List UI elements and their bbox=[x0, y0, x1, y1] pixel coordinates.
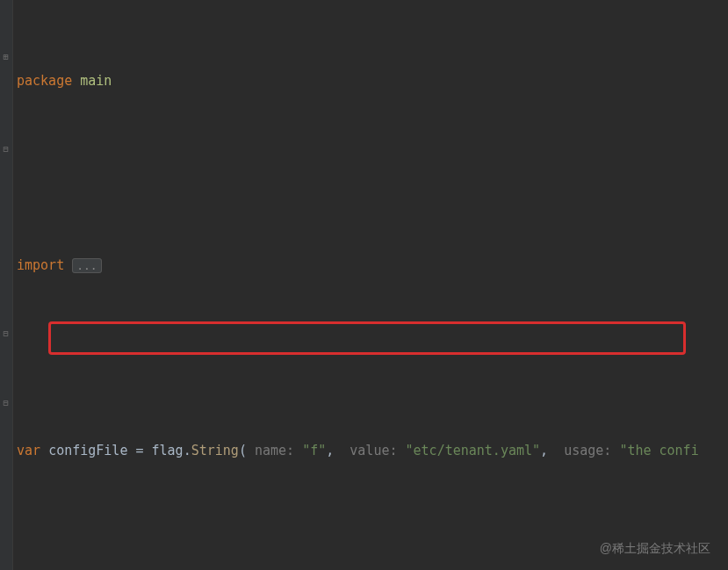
code-text: , bbox=[326, 443, 334, 458]
fold-toggle-icon[interactable]: ⊟ bbox=[1, 329, 11, 339]
code-line: import ... bbox=[17, 254, 728, 277]
gutter: ⊞ ⊟ ⊟ ⊟ bbox=[0, 0, 13, 570]
fold-toggle-icon[interactable]: ⊟ bbox=[1, 399, 11, 408]
keyword: var bbox=[17, 443, 40, 458]
code-text: = flag. bbox=[135, 443, 191, 458]
code-line bbox=[17, 346, 728, 369]
code-line: var configFile = flag.String( name: "f",… bbox=[17, 439, 728, 462]
param-hint: name: bbox=[255, 443, 294, 458]
fold-toggle-icon[interactable]: ⊞ bbox=[1, 53, 11, 62]
code-line: package main bbox=[17, 69, 728, 92]
param-hint: value: bbox=[350, 443, 397, 458]
fold-toggle-icon[interactable]: ⊟ bbox=[1, 145, 11, 155]
function-call: String bbox=[191, 443, 239, 458]
code-line bbox=[17, 162, 728, 184]
string-literal: "etc/tenant.yaml" bbox=[406, 443, 541, 458]
keyword: import bbox=[17, 257, 64, 273]
folded-placeholder[interactable]: ... bbox=[72, 258, 101, 273]
code-text: , bbox=[540, 443, 548, 458]
package-name: main bbox=[80, 73, 112, 89]
watermark: @稀土掘金技术社区 bbox=[600, 537, 710, 559]
string-literal: "the confi bbox=[619, 443, 698, 458]
code-text: ( bbox=[239, 443, 247, 458]
param-hint: usage: bbox=[564, 443, 611, 458]
code-area[interactable]: package main import ... var configFile =… bbox=[13, 0, 728, 570]
keyword: package bbox=[17, 73, 72, 89]
identifier: configFile bbox=[48, 443, 127, 458]
string-literal: "f" bbox=[302, 443, 326, 458]
code-editor: ⊞ ⊟ ⊟ ⊟ package main import ... var conf… bbox=[0, 0, 728, 570]
